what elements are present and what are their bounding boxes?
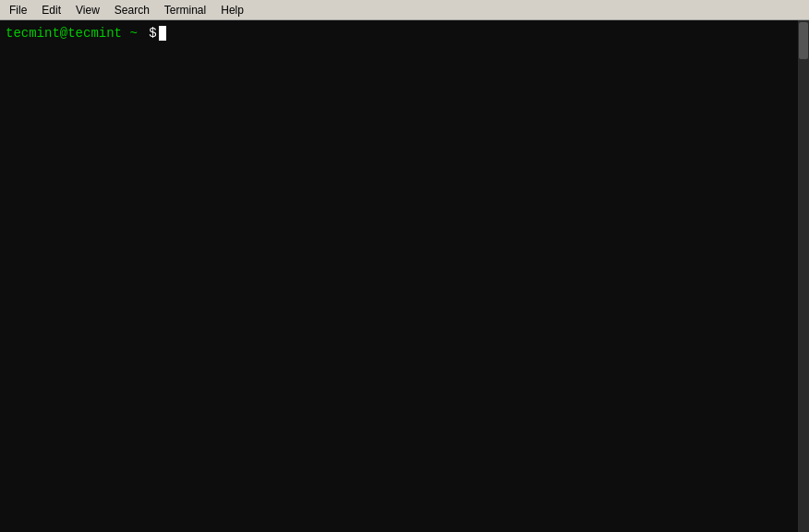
menu-help[interactable]: Help: [213, 0, 251, 19]
menu-file[interactable]: File: [2, 0, 34, 19]
menubar: File Edit View Search Terminal Help: [0, 0, 809, 20]
prompt-user-host: tecmint@tecmint: [6, 24, 122, 42]
scrollbar-thumb[interactable]: [799, 22, 808, 59]
prompt-symbol: $: [149, 24, 156, 42]
terminal-cursor: [159, 26, 166, 41]
menu-terminal[interactable]: Terminal: [157, 0, 213, 19]
menu-search[interactable]: Search: [107, 0, 157, 19]
prompt-line: tecmint@tecmint ~ $: [6, 24, 803, 42]
menu-view[interactable]: View: [68, 0, 107, 19]
prompt-path: ~: [122, 24, 145, 42]
terminal-area[interactable]: tecmint@tecmint ~ $: [0, 20, 809, 532]
menu-edit[interactable]: Edit: [34, 0, 68, 19]
scrollbar[interactable]: [798, 20, 809, 532]
